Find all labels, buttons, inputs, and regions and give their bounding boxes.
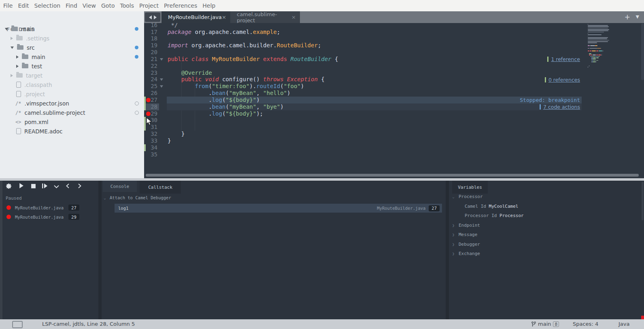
chevron-collapsed-icon[interactable] <box>16 65 19 68</box>
chevron-expanded-icon[interactable] <box>5 28 8 30</box>
code-line-34[interactable]: 34 <box>144 144 644 151</box>
menu-item-file[interactable]: File <box>3 2 13 9</box>
line-number[interactable]: 28 <box>144 103 157 110</box>
stop-icon[interactable] <box>31 183 36 190</box>
syntax-status[interactable]: Java <box>618 321 629 327</box>
tab-variables[interactable]: Variables <box>452 181 488 194</box>
line-number[interactable]: 21 <box>144 56 157 63</box>
chevron-right-icon[interactable]: ❯ <box>452 223 459 228</box>
chevron-down-icon[interactable]: ⌄ <box>452 194 459 199</box>
sidebar-item-readme-adoc[interactable]: README.adoc <box>0 127 144 136</box>
menu-item-goto[interactable]: Goto <box>101 2 115 9</box>
breakpoint-row[interactable]: MyRouteBuilder.java29 <box>6 214 79 220</box>
line-number[interactable]: 25 <box>144 83 157 90</box>
code-line-25[interactable]: 25 from("timer:foo").routeId("foo") <box>144 83 644 90</box>
menu-item-preferences[interactable]: Preferences <box>164 2 197 9</box>
chevron-left-icon[interactable] <box>66 183 70 190</box>
menu-item-selection[interactable]: Selection <box>34 2 61 9</box>
sidebar-item--settings[interactable]: .settings <box>0 34 144 43</box>
tab-history-nav[interactable] <box>145 13 160 22</box>
panel-divider-vertical[interactable] <box>98 181 102 319</box>
variable-child-row[interactable]: Camel Id MyCoolCamel <box>465 204 518 209</box>
fold-arrow-icon[interactable] <box>160 58 163 61</box>
tab-camel-sublime-project[interactable]: camel.sublime-project× <box>230 11 300 23</box>
code-line-19[interactable]: 19import org.apache.camel.builder.RouteB… <box>144 42 644 49</box>
step-icon[interactable] <box>42 183 48 190</box>
sidebar-item-src[interactable]: src <box>0 43 144 52</box>
code-line-33[interactable]: 33} <box>144 137 644 144</box>
variable-exchange[interactable]: ❯Exchange <box>452 251 480 256</box>
sidebar-item--project[interactable]: .project <box>0 89 144 99</box>
line-number[interactable]: 19 <box>144 42 157 49</box>
chevron-collapsed-icon[interactable] <box>11 37 13 40</box>
chevron-right-icon[interactable] <box>78 183 82 190</box>
code-line-23[interactable]: 23 @Override <box>144 70 644 76</box>
breakpoint-row[interactable]: MyRouteBuilder.java27 <box>6 205 79 211</box>
code-line-26[interactable]: 26 .bean("myBean", "hello") <box>144 90 644 97</box>
forward-icon[interactable] <box>154 15 157 19</box>
line-number[interactable]: 17 <box>144 29 157 36</box>
chevron-collapsed-icon[interactable] <box>11 74 13 77</box>
panel-scrollbar[interactable] <box>642 182 644 220</box>
variable-debugger[interactable]: ❯Debugger <box>452 242 480 247</box>
sidebar-item-pom-xml[interactable]: <>pom.xml <box>0 117 144 127</box>
panel-divider-vertical[interactable] <box>446 181 449 319</box>
menu-item-view[interactable]: View <box>83 2 96 9</box>
chevron-down-icon[interactable]: ⌄ <box>104 196 106 200</box>
panel-toggle-icon[interactable] <box>12 321 23 328</box>
code-line-30[interactable]: 30 <box>144 117 644 124</box>
menu-item-project[interactable]: Project <box>139 2 159 9</box>
variable-message[interactable]: ❯Message <box>452 232 477 237</box>
line-number[interactable]: 22 <box>144 63 157 70</box>
indentation-status[interactable]: Spaces: 4 <box>573 321 598 327</box>
chevron-right-icon[interactable]: ❯ <box>452 251 459 256</box>
code-line-17[interactable]: 17package org.apache.camel.example; <box>144 29 644 36</box>
chevron-right-icon[interactable]: ❯ <box>452 232 459 237</box>
sidebar-item--vimspector-json[interactable]: /*.vimspector.json <box>0 99 144 108</box>
code-line-29[interactable]: 29 .log("${body}"); <box>144 110 644 117</box>
chevron-expanded-icon[interactable] <box>11 46 14 49</box>
chevron-collapsed-icon[interactable] <box>16 55 19 59</box>
tab-myroutebuilder-java[interactable]: MyRouteBuilder.java× <box>162 11 230 23</box>
line-number[interactable]: 27 <box>144 97 157 103</box>
chevron-right-icon[interactable]: ❯ <box>452 242 459 247</box>
line-number[interactable]: 23 <box>144 70 157 76</box>
new-tab-button[interactable]: + <box>625 13 630 21</box>
code-line-31[interactable]: 31 <box>144 124 644 131</box>
close-icon[interactable]: × <box>222 14 226 20</box>
annotation-0-references[interactable]: 0 references <box>545 77 580 83</box>
line-number[interactable]: 34 <box>144 144 157 151</box>
fold-arrow-icon[interactable] <box>160 78 163 81</box>
editor-vertical-scrollbar[interactable] <box>641 23 644 80</box>
chevron-down-icon[interactable] <box>53 183 60 190</box>
tab-console[interactable]: Console <box>103 181 137 192</box>
line-number[interactable]: 26 <box>144 90 157 97</box>
annotation-1-reference[interactable]: 1 reference <box>547 56 580 62</box>
line-number[interactable]: 18 <box>144 35 157 42</box>
tab-overflow-icon[interactable]: ▼ <box>636 14 639 19</box>
sidebar-item--classpath[interactable]: .classpath <box>0 80 144 89</box>
code-line-22[interactable]: 22 <box>144 63 644 70</box>
fold-arrow-icon[interactable] <box>160 85 163 88</box>
line-number[interactable]: 35 <box>144 151 157 158</box>
code-line-35[interactable]: 35 <box>144 151 644 158</box>
sidebar-item-main[interactable]: main <box>0 24 144 34</box>
settings-gear-icon[interactable] <box>6 183 13 191</box>
menu-item-tools[interactable]: Tools <box>120 2 134 9</box>
editor-horizontal-scrollbar[interactable] <box>146 174 639 177</box>
line-number[interactable]: 24 <box>144 76 157 83</box>
minimap[interactable] <box>588 23 610 70</box>
callstack-thread[interactable]: ⌄ Attach to Camel Debugger <box>104 195 171 200</box>
play-icon[interactable] <box>18 183 24 190</box>
sidebar-item-test[interactable]: test <box>0 61 144 71</box>
line-number[interactable]: 29 <box>144 110 157 117</box>
code-editor[interactable]: 16 */17package org.apache.camel.example;… <box>144 23 644 173</box>
menu-item-help[interactable]: Help <box>202 2 215 9</box>
line-number[interactable]: 20 <box>144 49 157 56</box>
line-number[interactable]: 16 <box>144 23 157 29</box>
code-line-32[interactable]: 32 } <box>144 131 644 137</box>
variable-child-row[interactable]: Processor Id Processor <box>465 213 524 218</box>
callstack-frame-row[interactable]: log1MyRouteBuilder.java27 <box>115 204 442 213</box>
back-icon[interactable] <box>149 15 152 19</box>
code-line-16[interactable]: 16 */ <box>144 23 644 29</box>
